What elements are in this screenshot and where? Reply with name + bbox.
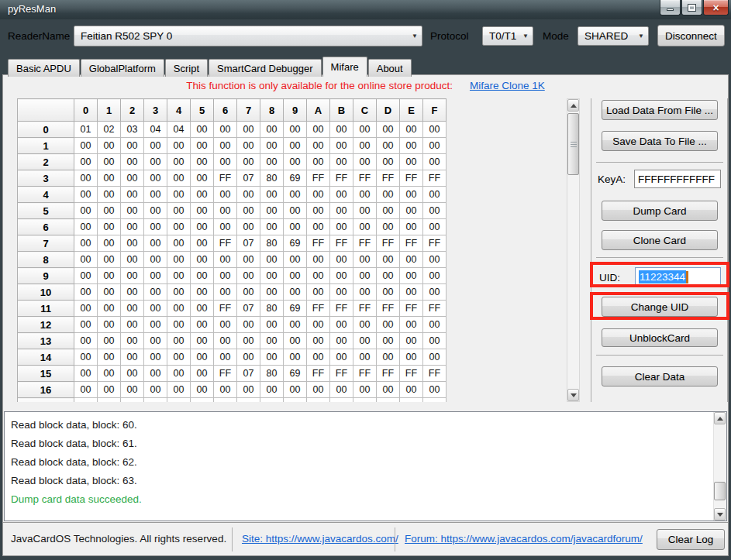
grid-cell[interactable]: 00 [284, 154, 307, 170]
grid-cell[interactable]: 00 [284, 203, 307, 219]
grid-cell[interactable]: FF [214, 235, 237, 252]
grid-cell[interactable]: 00 [214, 154, 237, 170]
grid-cell[interactable]: 00 [237, 284, 260, 301]
grid-cell[interactable]: 00 [284, 284, 307, 301]
dump-card-button[interactable]: Dump Card [602, 201, 718, 221]
grid-cell[interactable]: 00 [121, 138, 144, 154]
grid-cell[interactable]: FF [330, 301, 353, 317]
unblock-card-button[interactable]: UnblockCard [602, 328, 718, 347]
grid-cell[interactable]: 00 [423, 219, 447, 235]
grid-cell[interactable]: 00 [144, 252, 167, 268]
grid-cell[interactable]: 00 [191, 301, 214, 317]
grid-cell[interactable]: 00 [307, 284, 330, 301]
tab-smartcard-debugger[interactable]: SmartCard Debugger [209, 59, 322, 77]
grid-cell[interactable]: 00 [400, 122, 423, 138]
grid-cell[interactable]: 00 [423, 252, 447, 268]
scroll-up-button[interactable] [714, 412, 726, 424]
grid-cell[interactable]: 00 [144, 301, 167, 317]
grid-cell[interactable]: 69 [284, 366, 307, 382]
grid-cell[interactable]: 00 [284, 252, 307, 268]
grid-cell[interactable]: 00 [191, 219, 214, 235]
grid-cell[interactable]: 00 [144, 382, 167, 398]
grid-cell[interactable] [191, 398, 214, 403]
grid-cell[interactable]: FF [400, 170, 423, 187]
grid-cell[interactable]: 00 [167, 170, 191, 187]
grid-cell[interactable]: 00 [400, 268, 423, 284]
grid-cell[interactable]: 00 [353, 122, 377, 138]
mode-select[interactable]: SHARED ▼ [578, 26, 649, 46]
grid-cell[interactable]: 00 [144, 349, 167, 366]
grid-cell[interactable]: 00 [191, 203, 214, 219]
grid-cell[interactable]: 00 [191, 268, 214, 284]
grid-cell[interactable]: 00 [237, 268, 260, 284]
grid-cell[interactable]: 07 [237, 170, 260, 187]
grid-cell[interactable]: 80 [260, 366, 284, 382]
grid-cell[interactable]: 69 [284, 170, 307, 187]
grid-cell[interactable]: 00 [121, 235, 144, 252]
grid-cell[interactable]: 00 [144, 284, 167, 301]
grid-cell[interactable]: 00 [191, 122, 214, 138]
grid-cell[interactable]: 00 [400, 317, 423, 333]
grid-cell[interactable]: 00 [284, 268, 307, 284]
grid-cell[interactable]: 00 [98, 203, 121, 219]
grid-cell[interactable]: 00 [167, 138, 191, 154]
grid-cell[interactable]: 00 [284, 333, 307, 349]
grid-cell[interactable]: 00 [423, 349, 447, 366]
minimize-button[interactable] [660, 0, 681, 15]
grid-cell[interactable]: 00 [121, 382, 144, 398]
grid-cell[interactable]: 00 [353, 317, 377, 333]
grid-cell[interactable]: 00 [237, 382, 260, 398]
grid-cell[interactable]: 00 [214, 122, 237, 138]
grid-cell[interactable]: 00 [400, 382, 423, 398]
grid-cell[interactable]: 00 [121, 219, 144, 235]
grid-cell[interactable]: 00 [167, 317, 191, 333]
grid-cell[interactable] [237, 398, 260, 403]
grid-cell[interactable]: 00 [121, 203, 144, 219]
grid-cell[interactable]: FF [423, 235, 447, 252]
grid-cell[interactable]: 00 [98, 317, 121, 333]
grid-cell[interactable]: 00 [144, 203, 167, 219]
log-scrollbar-thumb[interactable] [714, 482, 726, 500]
grid-cell[interactable]: 00 [74, 284, 98, 301]
change-uid-button[interactable]: Change UID [602, 297, 718, 317]
grid-cell[interactable]: 00 [260, 284, 284, 301]
grid-cell[interactable]: 00 [167, 382, 191, 398]
grid-cell[interactable]: 00 [307, 317, 330, 333]
grid-cell[interactable]: 00 [214, 252, 237, 268]
grid-cell[interactable] [353, 398, 377, 403]
grid-cell[interactable]: 00 [307, 252, 330, 268]
grid-cell[interactable]: 00 [98, 138, 121, 154]
grid-cell[interactable]: 07 [237, 235, 260, 252]
grid-cell[interactable]: FF [377, 301, 400, 317]
grid-cell[interactable]: 00 [377, 333, 400, 349]
grid-cell[interactable]: 00 [400, 284, 423, 301]
grid-cell[interactable]: 00 [377, 284, 400, 301]
grid-cell[interactable]: 00 [191, 382, 214, 398]
grid-cell[interactable] [98, 398, 121, 403]
grid-cell[interactable]: 00 [98, 333, 121, 349]
grid-cell[interactable]: 00 [74, 219, 98, 235]
tab-script[interactable]: Script [165, 59, 208, 77]
grid-cell[interactable]: 00 [423, 122, 447, 138]
grid-cell[interactable]: 00 [377, 219, 400, 235]
tab-about[interactable]: About [368, 59, 412, 77]
grid-cell[interactable]: 00 [98, 219, 121, 235]
grid-cell[interactable]: 00 [307, 203, 330, 219]
grid-cell[interactable]: 69 [284, 235, 307, 252]
grid-cell[interactable]: 00 [214, 187, 237, 203]
grid-cell[interactable]: 00 [353, 252, 377, 268]
grid-cell[interactable]: 00 [307, 349, 330, 366]
grid-cell[interactable]: 00 [400, 349, 423, 366]
grid-cell[interactable]: 00 [214, 268, 237, 284]
grid-cell[interactable]: 00 [121, 366, 144, 382]
grid-cell[interactable]: 00 [260, 122, 284, 138]
grid-cell[interactable]: 80 [260, 235, 284, 252]
grid-cell[interactable]: 00 [307, 333, 330, 349]
grid-cell[interactable]: 00 [237, 154, 260, 170]
grid-cell[interactable]: 00 [377, 138, 400, 154]
scroll-down-button[interactable] [714, 508, 726, 520]
grid-cell[interactable]: 00 [284, 317, 307, 333]
grid-cell[interactable]: FF [330, 366, 353, 382]
grid-cell[interactable]: 00 [353, 284, 377, 301]
mifare-clone-link[interactable]: Mifare Clone 1K [470, 80, 545, 91]
